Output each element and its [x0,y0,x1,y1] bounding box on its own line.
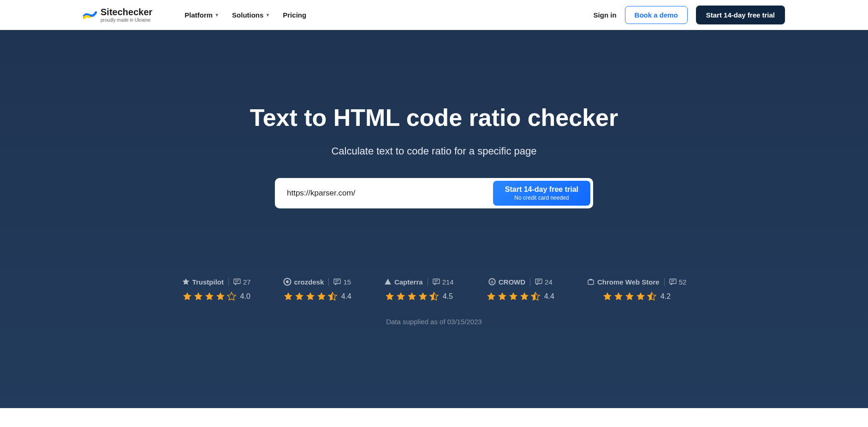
speech-icon [669,279,677,285]
star-rating-icon [602,291,657,302]
svg-rect-0 [234,279,240,284]
nav-label: Platform [184,11,213,19]
review-count: 15 [343,278,351,286]
svg-point-4 [286,280,289,283]
platform-logo: Capterra [384,278,423,286]
star-rating-icon [385,291,439,302]
cta-line1: Start 14-day free trial [505,185,578,194]
nav-label: Solutions [232,11,263,19]
star-rating-icon [283,291,338,302]
rating-value: 4.5 [443,292,453,301]
signin-link[interactable]: Sign in [594,11,617,19]
platform-logo: GCROWD [488,278,525,286]
cta-line2: No credit card needed [505,195,578,201]
star-rating-icon [182,291,237,302]
platform-name: crozdesk [294,278,324,286]
data-date: Data supplied as of 03/15/2023 [9,318,859,326]
review-count: 52 [679,278,687,286]
book-demo-button[interactable]: Book a demo [625,6,688,24]
star-rating-icon [486,291,541,302]
logo-title: Sitechecker [101,7,152,17]
nav-solutions[interactable]: Solutions ▼ [232,11,270,19]
start-trial-cta-button[interactable]: Start 14-day free trial No credit card n… [493,181,590,206]
svg-text:G: G [491,280,493,284]
hero: Text to HTML code ratio checker Calculat… [0,30,868,408]
svg-rect-16 [588,280,594,285]
header: Sitechecker proudly made in Ukraine Plat… [0,0,868,30]
platform-logo: Chrome Web Store [587,278,660,286]
svg-rect-5 [334,279,340,284]
platform-name: CROWD [499,278,525,286]
rating-value: 4.0 [240,292,250,301]
platform-logo: Trustpilot [182,278,224,286]
platform-name: Capterra [394,278,423,286]
nav-platform[interactable]: Platform ▼ [184,11,219,19]
review-item[interactable]: Capterra 214 4.5 [384,278,454,302]
svg-rect-8 [433,279,440,284]
logo[interactable]: Sitechecker proudly made in Ukraine [83,7,152,23]
svg-rect-17 [589,279,592,280]
speech-icon [233,279,241,285]
review-item[interactable]: crozdesk 15 4.4 [283,278,351,302]
reviews-row: Trustpilot 27 4.0 crozdesk 15 4.4 Capter… [9,278,859,302]
hero-title: Text to HTML code ratio checker [9,104,859,131]
svg-rect-18 [670,279,676,284]
rating-value: 4.4 [341,292,351,301]
start-trial-button[interactable]: Start 14-day free trial [696,6,785,24]
rating-value: 4.2 [660,292,671,301]
platform-logo: crozdesk [283,278,324,286]
chevron-down-icon: ▼ [265,12,270,18]
url-input-row: Start 14-day free trial No credit card n… [275,178,593,208]
speech-icon [433,279,440,285]
review-item[interactable]: Chrome Web Store 52 4.2 [587,278,686,302]
main-nav: Platform ▼ Solutions ▼ Pricing [184,11,306,19]
speech-icon [535,279,542,285]
hero-subtitle: Calculate text to code ratio for a speci… [9,145,859,157]
url-input[interactable] [278,182,493,204]
rating-value: 4.4 [544,292,554,301]
review-count: 214 [442,278,454,286]
platform-name: Chrome Web Store [597,278,660,286]
nav-pricing[interactable]: Pricing [283,11,306,19]
review-item[interactable]: GCROWD 24 4.4 [486,278,554,302]
review-count: 24 [545,278,553,286]
logo-subtitle: proudly made in Ukraine [101,18,152,23]
platform-name: Trustpilot [192,278,224,286]
speech-icon [333,279,341,285]
review-count: 27 [243,278,251,286]
chevron-down-icon: ▼ [214,12,219,18]
review-item[interactable]: Trustpilot 27 4.0 [182,278,251,302]
logo-icon [83,10,97,21]
nav-label: Pricing [283,11,306,19]
svg-rect-13 [535,279,542,284]
